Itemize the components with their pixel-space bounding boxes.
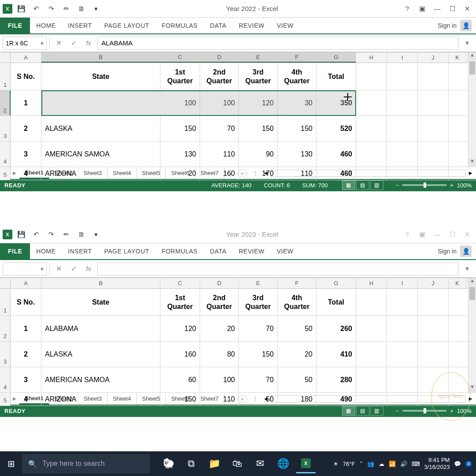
cell[interactable]: 160: [200, 167, 239, 180]
header-q2[interactable]: 2nd Quarter: [200, 63, 239, 90]
cell-blank[interactable]: [387, 167, 418, 180]
cell[interactable]: 150: [239, 116, 278, 141]
cell-blank[interactable]: [387, 116, 418, 141]
col-header-e[interactable]: E: [239, 52, 278, 63]
cell[interactable]: 3: [11, 141, 41, 167]
header-total[interactable]: Total: [316, 63, 356, 90]
tab-insert[interactable]: INSERT: [62, 18, 98, 33]
cell[interactable]: ARIZONA: [41, 167, 160, 180]
page-layout-view-icon[interactable]: ▤: [356, 406, 369, 416]
header-q4[interactable]: 4th Quarter: [278, 63, 316, 90]
cell[interactable]: 70: [200, 116, 239, 141]
tab-file[interactable]: FILE: [0, 243, 30, 259]
cell-blank[interactable]: [356, 289, 387, 316]
ime-icon[interactable]: ⌨: [412, 461, 420, 467]
tab-home[interactable]: HOME: [30, 18, 62, 33]
task-view-icon[interactable]: ⧉: [182, 454, 201, 473]
cell[interactable]: 160: [160, 342, 200, 367]
cell[interactable]: 180: [278, 393, 316, 405]
worksheet-grid[interactable]: A B C D E F G H I J K 1 2 3 4 5 S No. St: [0, 278, 476, 392]
name-box-dropdown-icon[interactable]: ▾: [41, 40, 44, 47]
cell[interactable]: AMERICAN SAMOA: [41, 141, 160, 167]
cell-blank[interactable]: [418, 63, 449, 90]
row-header-3[interactable]: 3: [0, 116, 11, 141]
cell[interactable]: 30: [278, 90, 316, 115]
touch-mode-icon[interactable]: ✏: [60, 3, 72, 15]
header-q1[interactable]: 1st Quarter: [160, 289, 200, 316]
cell[interactable]: 410: [316, 342, 356, 367]
normal-view-icon[interactable]: ▦: [342, 406, 355, 416]
cells[interactable]: S No. State 1st Quarter 2nd Quarter 3rd …: [11, 63, 476, 180]
close-icon[interactable]: ✕: [462, 231, 472, 238]
scroll-down-icon[interactable]: ▼: [469, 384, 476, 392]
cell-blank[interactable]: [387, 342, 418, 367]
cell[interactable]: 1: [11, 316, 41, 341]
network-icon[interactable]: 📶: [389, 461, 396, 467]
row-header-2[interactable]: 2: [0, 90, 11, 116]
zoom-control[interactable]: − + 100%: [396, 408, 472, 414]
col-header-j[interactable]: J: [418, 278, 449, 288]
touch-mode-icon[interactable]: ✏: [60, 228, 72, 241]
col-header-d[interactable]: D: [200, 52, 239, 63]
header-sno[interactable]: S No.: [11, 63, 41, 90]
cell-blank[interactable]: [418, 141, 449, 167]
cell[interactable]: 150: [160, 116, 200, 141]
vertical-scrollbar[interactable]: ▲ ▼: [468, 278, 476, 392]
cell[interactable]: 170: [239, 167, 278, 180]
col-header-k[interactable]: K: [449, 52, 466, 63]
new-icon[interactable]: 🗎: [75, 3, 87, 15]
cell-blank[interactable]: [356, 90, 387, 115]
taskbar-search[interactable]: 🔍 Type here to search: [22, 454, 150, 473]
zoom-in-icon[interactable]: +: [450, 182, 454, 189]
cell-blank[interactable]: [387, 63, 418, 90]
cell-blank[interactable]: [387, 393, 418, 405]
cell-blank[interactable]: [356, 342, 387, 367]
col-header-d[interactable]: D: [200, 278, 239, 288]
cell[interactable]: 150: [278, 116, 316, 141]
col-header-g[interactable]: G: [316, 52, 356, 63]
header-q3[interactable]: 3rd Quarter: [239, 63, 278, 90]
file-explorer-icon[interactable]: 📁: [205, 454, 224, 473]
col-header-i[interactable]: I: [387, 52, 418, 63]
cell-blank[interactable]: [356, 167, 387, 180]
zoom-slider[interactable]: [402, 410, 446, 412]
weather-text[interactable]: 76°F: [343, 461, 355, 467]
tab-view[interactable]: VIEW: [271, 243, 300, 259]
zoom-out-icon[interactable]: −: [396, 182, 399, 189]
row-header-1[interactable]: 1: [0, 63, 11, 90]
volume-icon[interactable]: 🔊: [400, 461, 407, 467]
cell[interactable]: 130: [160, 141, 200, 167]
cell[interactable]: AMERICAN SAMOA: [41, 367, 160, 392]
cell[interactable]: 2: [11, 342, 41, 367]
cell[interactable]: 4: [11, 393, 41, 405]
enter-formula-icon[interactable]: ✓: [67, 39, 80, 47]
page-break-view-icon[interactable]: ▥: [370, 180, 383, 190]
cell-blank[interactable]: [418, 90, 449, 115]
cell[interactable]: 2: [11, 116, 41, 141]
scroll-thumb[interactable]: [469, 287, 475, 300]
close-icon[interactable]: ✕: [462, 5, 472, 13]
tab-review[interactable]: REVIEW: [233, 18, 271, 33]
cell[interactable]: 130: [278, 141, 316, 167]
name-box[interactable]: ▾: [3, 262, 47, 275]
save-icon[interactable]: 💾: [15, 3, 27, 15]
cell[interactable]: 70: [239, 367, 278, 392]
header-q4[interactable]: 4th Quarter: [278, 289, 316, 316]
row-header-5[interactable]: 5: [0, 167, 11, 180]
row-header-1[interactable]: 1: [0, 289, 11, 316]
qat-dropdown-icon[interactable]: ▾: [90, 3, 102, 15]
col-header-f[interactable]: F: [278, 52, 316, 63]
cell[interactable]: 520: [316, 116, 356, 141]
col-header-j[interactable]: J: [418, 52, 449, 63]
header-q2[interactable]: 2nd Quarter: [200, 289, 239, 316]
page-break-view-icon[interactable]: ▥: [370, 406, 383, 416]
header-q1[interactable]: 1st Quarter: [160, 63, 200, 90]
sign-in[interactable]: Sign in 👤: [438, 18, 476, 33]
formula-input[interactable]: [97, 262, 458, 275]
col-header-e[interactable]: E: [239, 278, 278, 288]
col-header-i[interactable]: I: [387, 278, 418, 288]
weather-icon[interactable]: ☀: [333, 461, 338, 467]
cell[interactable]: 460: [316, 167, 356, 180]
edge-icon[interactable]: 🌐: [273, 454, 293, 473]
cell-blank[interactable]: [418, 393, 449, 405]
